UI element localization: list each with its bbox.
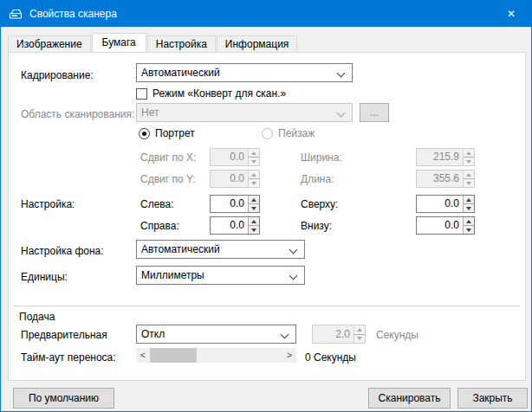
chevron-down-icon <box>281 331 289 339</box>
spin-up-icon[interactable] <box>464 196 474 203</box>
spin-down-icon[interactable] <box>249 178 259 187</box>
shift-y-value: 0.0 <box>211 171 248 187</box>
top-spinner[interactable] <box>463 196 474 212</box>
tab-settings[interactable]: Настройка <box>147 35 216 52</box>
right-label: Справа: <box>140 220 179 232</box>
checkbox-icon <box>136 88 147 100</box>
width-value: 215.9 <box>417 149 463 165</box>
prefeed-seconds-input: 2.0 <box>312 325 366 344</box>
right-spinner[interactable] <box>248 217 259 234</box>
right-value: 0.0 <box>211 217 248 234</box>
spin-up-icon[interactable] <box>354 325 365 334</box>
prefeed-seconds-spinner[interactable] <box>354 325 365 343</box>
units-value: Миллиметры <box>141 269 204 281</box>
chevron-down-icon <box>337 69 346 78</box>
width-label: Ширина: <box>301 151 342 164</box>
tab-strip: Изображение Бумага Настройка Информация <box>8 34 298 52</box>
chevron-down-icon <box>289 272 298 280</box>
adjustment-label: Настройка: <box>21 198 75 210</box>
default-button[interactable]: По умолчанию <box>13 388 114 409</box>
spin-down-icon[interactable] <box>249 203 259 212</box>
width-spinner[interactable] <box>463 149 474 165</box>
bottom-label: Внизу: <box>301 220 332 232</box>
spin-up-icon[interactable] <box>464 217 474 225</box>
top-label: Сверху: <box>301 198 338 210</box>
spin-down-icon[interactable] <box>249 157 259 165</box>
close-button[interactable]: Закрыть <box>457 388 528 409</box>
prefeed-select[interactable]: Откл <box>136 325 296 344</box>
spin-down-icon[interactable] <box>464 203 474 212</box>
spin-up-icon[interactable] <box>249 196 259 203</box>
shift-y-label: Сдвиг по Y: <box>140 173 196 185</box>
right-input[interactable]: 0.0 <box>210 216 260 235</box>
scrollbar-thumb[interactable] <box>150 348 197 363</box>
background-select[interactable]: Автоматический <box>136 240 305 259</box>
length-value: 355.6 <box>417 171 463 187</box>
chevron-down-icon <box>289 246 298 254</box>
spin-down-icon[interactable] <box>354 334 365 344</box>
tab-information[interactable]: Информация <box>217 35 297 52</box>
prefeed-label: Предварительная <box>21 329 107 341</box>
scan-button[interactable]: Сканировать <box>368 388 451 409</box>
close-window-button[interactable]: ✕ <box>491 1 531 27</box>
spin-up-icon[interactable] <box>249 149 259 157</box>
scroll-right-icon[interactable]: > <box>282 348 296 363</box>
bottom-input[interactable]: 0.0 <box>416 216 475 235</box>
units-select[interactable]: Миллиметры <box>136 266 305 285</box>
prefeed-seconds-value: 2.0 <box>313 325 354 343</box>
spin-down-icon[interactable] <box>464 225 474 234</box>
length-spinner[interactable] <box>463 171 474 187</box>
radio-unselected-icon <box>262 128 273 139</box>
shift-y-spinner[interactable] <box>248 171 259 187</box>
shift-x-value: 0.0 <box>211 149 248 165</box>
scroll-left-icon[interactable]: < <box>136 348 150 363</box>
left-spinner[interactable] <box>248 196 259 212</box>
portrait-label: Портрет <box>155 127 195 139</box>
top-input[interactable]: 0.0 <box>416 195 475 213</box>
scan-area-value: Нет <box>141 106 159 119</box>
landscape-label: Пейзаж <box>278 127 315 139</box>
tab-paper[interactable]: Бумага <box>92 33 146 52</box>
scanner-properties-dialog: Свойства сканера ✕ Изображение Бумага На… <box>0 0 532 412</box>
left-label: Слева: <box>140 198 174 210</box>
envelope-mode-label: Режим «Конверт для скан.» <box>152 87 286 100</box>
feed-group-label: Подача <box>19 311 55 323</box>
cropping-select[interactable]: Автоматический <box>136 63 353 82</box>
length-label: Длина: <box>301 173 334 185</box>
cropping-value: Автоматический <box>141 67 220 79</box>
top-value: 0.0 <box>417 196 463 212</box>
shift-x-input: 0.0 <box>210 148 260 166</box>
envelope-mode-checkbox[interactable]: Режим «Конверт для скан.» <box>136 87 286 100</box>
timeout-scrollbar[interactable]: < > <box>136 348 296 363</box>
bottom-spinner[interactable] <box>463 217 474 234</box>
background-label: Настройка фона: <box>21 245 104 257</box>
scanner-icon <box>9 7 23 21</box>
units-label: Единицы: <box>21 271 68 283</box>
length-input: 355.6 <box>416 170 475 188</box>
timeout-value: 0 Секунды <box>305 351 356 364</box>
portrait-radio[interactable]: Портрет <box>139 127 195 139</box>
scan-area-browse-button[interactable]: ... <box>360 103 389 122</box>
window-title: Свойства сканера <box>29 8 117 20</box>
spin-down-icon[interactable] <box>464 178 474 187</box>
bottom-value: 0.0 <box>417 217 463 234</box>
spin-down-icon[interactable] <box>249 225 259 234</box>
spin-down-icon[interactable] <box>464 157 474 165</box>
landscape-radio[interactable]: Пейзаж <box>262 127 315 139</box>
shift-x-label: Сдвиг по X: <box>140 151 196 164</box>
paper-tab-page: Кадрирование: Автоматический Режим «Конв… <box>8 52 526 381</box>
scan-area-label: Область сканирования: <box>21 108 134 120</box>
spin-up-icon[interactable] <box>249 171 259 178</box>
spin-up-icon[interactable] <box>464 149 474 157</box>
tab-image[interactable]: Изображение <box>8 35 91 52</box>
cropping-label: Кадрирование: <box>21 69 94 81</box>
shift-y-input: 0.0 <box>210 170 260 188</box>
background-value: Автоматический <box>141 243 220 255</box>
radio-selected-icon <box>139 128 150 139</box>
prefeed-value: Откл <box>141 328 165 340</box>
scan-area-select[interactable]: Нет <box>136 103 353 122</box>
left-input[interactable]: 0.0 <box>210 195 260 213</box>
shift-x-spinner[interactable] <box>248 149 259 165</box>
spin-up-icon[interactable] <box>249 217 259 225</box>
spin-up-icon[interactable] <box>464 171 474 178</box>
